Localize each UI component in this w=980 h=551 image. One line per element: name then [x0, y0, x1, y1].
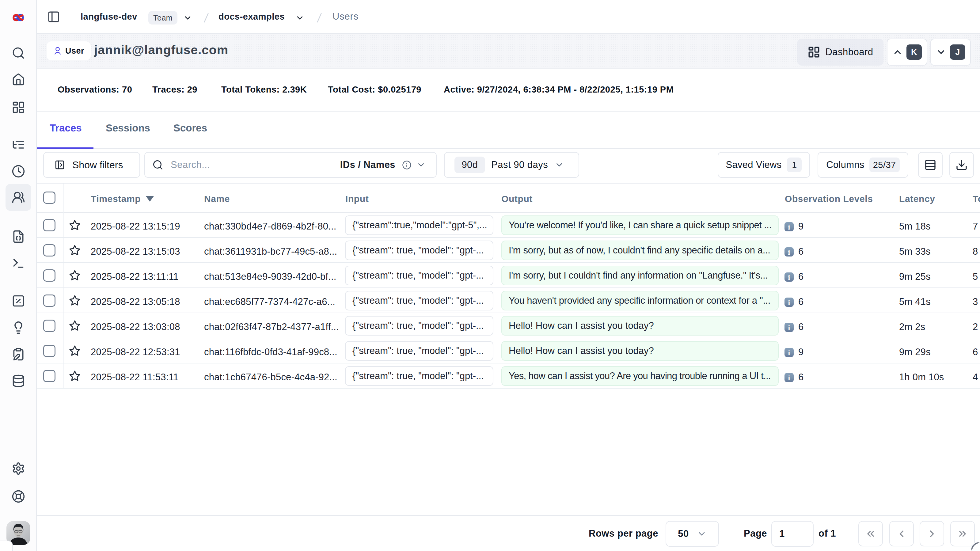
- svg-text:i: i: [788, 349, 790, 357]
- svg-text:i: i: [788, 273, 790, 281]
- svg-text:i: i: [788, 323, 790, 331]
- svg-text:i: i: [788, 374, 790, 382]
- svg-text:i: i: [788, 223, 790, 231]
- svg-text:i: i: [788, 248, 790, 256]
- svg-text:i: i: [788, 298, 790, 306]
